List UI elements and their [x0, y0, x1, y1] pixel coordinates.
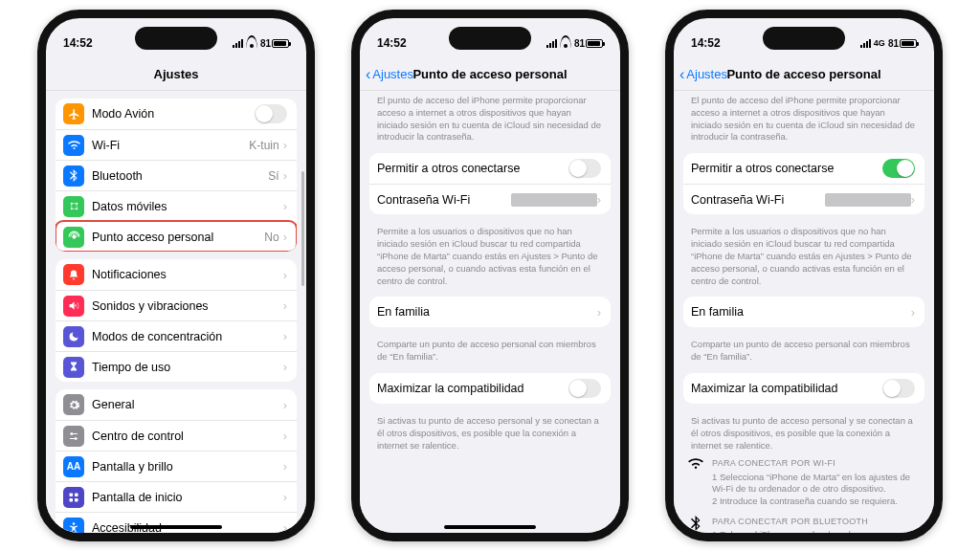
allow-others-row[interactable]: Permitir a otros conectarse — [683, 153, 924, 184]
settings-row-home[interactable]: Pantalla de inicio› — [56, 481, 297, 512]
header: Ajustes — [46, 58, 306, 91]
battery-icon: 81 — [574, 38, 603, 49]
connect-bt-instructions: PARA CONECTAR POR BLUETOOTH 1 Enlaza el … — [674, 512, 934, 533]
settings-row-bell[interactable]: Notificaciones› — [56, 259, 297, 290]
maximize-row[interactable]: Maximizar la compatibilidad — [369, 373, 611, 404]
wifi-password-row[interactable]: Contraseña Wi-Fi › — [683, 184, 924, 214]
settings-row-cell[interactable]: Datos móviles› — [56, 190, 297, 221]
allow-note: Permite a los usuarios o dispositivos qu… — [674, 222, 934, 289]
settings-row-plane[interactable]: Modo Avión — [56, 99, 297, 129]
row-label: Wi-Fi — [92, 139, 249, 152]
svg-point-2 — [70, 208, 72, 209]
family-row[interactable]: En familia › — [683, 297, 924, 327]
row-label: General — [92, 398, 283, 411]
settings-row-aa[interactable]: AAPantalla y brillo› — [56, 451, 297, 481]
hotspot-scroll[interactable]: El punto de acceso del iPhone permite pr… — [674, 91, 934, 533]
chevron-right-icon: › — [597, 192, 601, 207]
family-note: Comparte un punto de acceso personal con… — [674, 335, 934, 365]
settings-row-timer[interactable]: Tiempo de uso› — [56, 351, 297, 382]
svg-point-4 — [72, 235, 75, 238]
connect-wifi-instructions: PARA CONECTAR POR WI-FI 1 Selecciona “iP… — [674, 453, 934, 512]
toggle[interactable] — [255, 104, 287, 123]
svg-rect-9 — [70, 498, 74, 502]
home-indicator[interactable] — [444, 525, 536, 529]
bell-icon — [63, 264, 84, 285]
acc-icon — [63, 518, 84, 534]
sound-icon — [63, 296, 84, 317]
chevron-right-icon: › — [283, 168, 287, 183]
home-indicator[interactable] — [130, 525, 222, 529]
chevron-right-icon: › — [283, 329, 287, 343]
back-button[interactable]: ‹ Ajustes — [679, 67, 727, 82]
maximize-row[interactable]: Maximizar la compatibilidad — [683, 373, 924, 404]
page-title: Ajustes — [154, 67, 199, 81]
chevron-right-icon: › — [283, 268, 287, 282]
svg-point-1 — [76, 203, 78, 205]
family-row[interactable]: En familia › — [369, 297, 611, 327]
back-button[interactable]: ‹ Ajustes — [366, 67, 413, 82]
signal-icon — [546, 39, 557, 48]
settings-row-acc[interactable]: Accesibilidad› — [56, 512, 297, 533]
chevron-left-icon: ‹ — [366, 67, 370, 82]
notch — [763, 27, 845, 50]
page-title: Punto de acceso personal — [412, 67, 567, 81]
chevron-left-icon: ‹ — [679, 67, 684, 82]
plane-icon — [63, 103, 84, 124]
chevron-right-icon: › — [283, 429, 287, 443]
aa-icon: AA — [63, 456, 84, 477]
signal-icon — [860, 39, 871, 48]
maximize-toggle[interactable] — [568, 379, 601, 398]
chevron-right-icon: › — [283, 199, 287, 213]
hotspot-scroll[interactable]: El punto de acceso del iPhone permite pr… — [360, 91, 620, 533]
settings-row-cc[interactable]: Centro de control› — [56, 420, 297, 451]
wifi-password-row[interactable]: Contraseña Wi-Fi › — [369, 184, 611, 214]
network-label: 4G — [874, 38, 885, 48]
home-icon — [63, 487, 84, 508]
row-label: Tiempo de uso — [92, 361, 283, 374]
chevron-right-icon: › — [283, 138, 287, 152]
allow-note: Permite a los usuarios o dispositivos qu… — [360, 222, 620, 289]
svg-rect-10 — [75, 498, 78, 502]
allow-toggle[interactable] — [568, 159, 601, 178]
chevron-right-icon: › — [283, 360, 287, 374]
settings-row-wifi[interactable]: Wi-FiK-tuin› — [56, 129, 297, 160]
wifi-icon — [687, 457, 704, 508]
chevron-right-icon: › — [283, 230, 287, 244]
clock: 14:52 — [691, 36, 721, 50]
battery-icon: 81 — [888, 38, 917, 49]
settings-row-bt[interactable]: BluetoothSí› — [56, 160, 297, 190]
family-note: Comparte un punto de acceso personal con… — [360, 335, 620, 365]
row-label: Notificaciones — [92, 268, 283, 281]
row-label: Punto acceso personal — [92, 231, 264, 244]
header: ‹ Ajustes Punto de acceso personal — [674, 58, 934, 91]
scrollbar[interactable] — [301, 171, 304, 420]
allow-others-row[interactable]: Permitir a otros conectarse — [369, 153, 611, 184]
maximize-toggle[interactable] — [882, 379, 915, 398]
clock: 14:52 — [63, 36, 93, 50]
phone-ajustes: 14:52 81 Ajustes Modo AviónWi-FiK-tuin›B… — [37, 10, 315, 541]
settings-row-hot[interactable]: Punto acceso personalNo› — [56, 221, 297, 252]
chevron-right-icon: › — [283, 398, 287, 412]
signal-icon — [233, 39, 243, 48]
settings-row-gear[interactable]: General› — [56, 389, 297, 420]
hot-icon — [63, 227, 84, 248]
row-label: Pantalla y brillo — [92, 460, 283, 474]
chevron-right-icon: › — [597, 305, 601, 320]
cell-icon — [63, 196, 84, 217]
header: ‹ Ajustes Punto de acceso personal — [360, 58, 620, 91]
page-title: Punto de acceso personal — [726, 67, 880, 81]
wifi-icon — [246, 39, 257, 48]
row-label: Bluetooth — [92, 169, 268, 183]
svg-point-11 — [73, 522, 76, 525]
chevron-right-icon: › — [283, 520, 287, 533]
settings-row-moon[interactable]: Modos de concentración› — [56, 320, 297, 351]
svg-rect-7 — [70, 493, 74, 496]
row-label: Pantalla de inicio — [92, 491, 283, 504]
svg-point-3 — [76, 208, 78, 209]
gear-icon — [63, 394, 84, 415]
chevron-right-icon: › — [911, 192, 915, 207]
allow-toggle[interactable] — [882, 159, 915, 178]
notch — [135, 27, 217, 50]
settings-row-sound[interactable]: Sonidos y vibraciones› — [56, 290, 297, 320]
settings-scroll[interactable]: Modo AviónWi-FiK-tuin›BluetoothSí›Datos … — [46, 91, 306, 533]
